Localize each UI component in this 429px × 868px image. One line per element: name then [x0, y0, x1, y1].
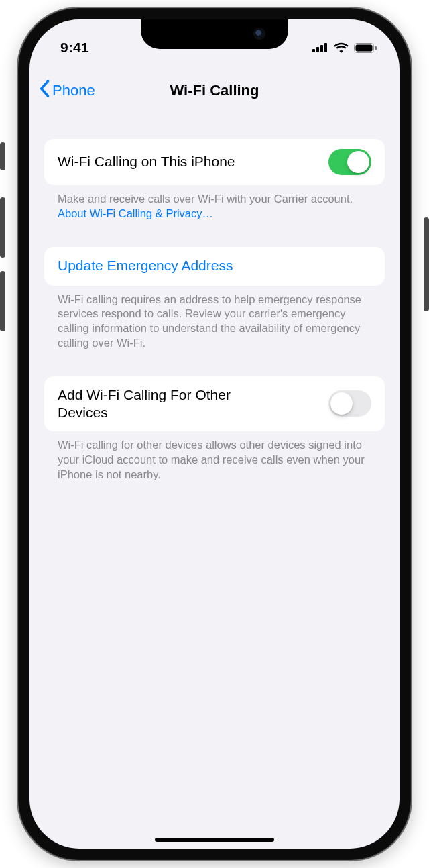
svg-rect-6 [375, 46, 377, 50]
silence-switch [0, 142, 5, 170]
screen: 9:41 [29, 19, 400, 849]
navigation-bar: Phone Wi-Fi Calling [29, 69, 400, 112]
about-wifi-calling-privacy-link[interactable]: About Wi-Fi Calling & Privacy… [58, 207, 213, 219]
group-emergency-address: Update Emergency Address Wi-Fi calling r… [44, 247, 385, 351]
svg-rect-1 [316, 47, 319, 52]
switch-wifi-calling[interactable] [328, 149, 371, 175]
row-label: Update Emergency Address [58, 257, 233, 274]
row-wifi-calling-this-iphone[interactable]: Wi-Fi Calling on This iPhone [44, 139, 385, 185]
back-button[interactable]: Phone [39, 80, 95, 101]
battery-icon [354, 43, 377, 53]
svg-rect-2 [320, 45, 323, 52]
back-label: Phone [52, 82, 95, 99]
chevron-left-icon [39, 80, 50, 101]
volume-up-button [0, 197, 5, 258]
footer-wifi-calling: Make and receive calls over Wi-Fi with y… [44, 185, 385, 221]
footer-text: Make and receive calls over Wi-Fi with y… [58, 193, 353, 205]
volume-down-button [0, 271, 5, 331]
front-camera-icon [255, 29, 264, 38]
power-button [424, 217, 429, 311]
group-wifi-calling: Wi-Fi Calling on This iPhone Make and re… [44, 139, 385, 221]
row-update-emergency-address[interactable]: Update Emergency Address [44, 247, 385, 286]
footer-emergency-address: Wi-Fi calling requires an address to hel… [44, 286, 385, 351]
svg-rect-3 [324, 43, 327, 52]
content: Wi-Fi Calling on This iPhone Make and re… [29, 139, 400, 482]
svg-rect-0 [312, 49, 315, 52]
wifi-icon [334, 42, 349, 53]
stage: 9:41 [0, 0, 429, 868]
row-label: Add Wi-Fi Calling For Other Devices [58, 386, 272, 422]
group-other-devices: Add Wi-Fi Calling For Other Devices Wi-F… [44, 376, 385, 482]
status-icons [312, 42, 377, 53]
switch-other-devices[interactable] [328, 390, 371, 417]
status-time: 9:41 [60, 40, 89, 56]
page-title: Wi-Fi Calling [170, 82, 259, 99]
device-frame: 9:41 [18, 8, 411, 860]
svg-rect-5 [356, 44, 373, 51]
row-add-wifi-calling-other-devices[interactable]: Add Wi-Fi Calling For Other Devices [44, 376, 385, 432]
home-indicator[interactable] [155, 838, 274, 842]
cellular-icon [312, 43, 328, 52]
footer-other-devices: Wi-Fi calling for other devices allows o… [44, 431, 385, 482]
notch [141, 19, 288, 49]
row-label: Wi-Fi Calling on This iPhone [58, 153, 235, 170]
